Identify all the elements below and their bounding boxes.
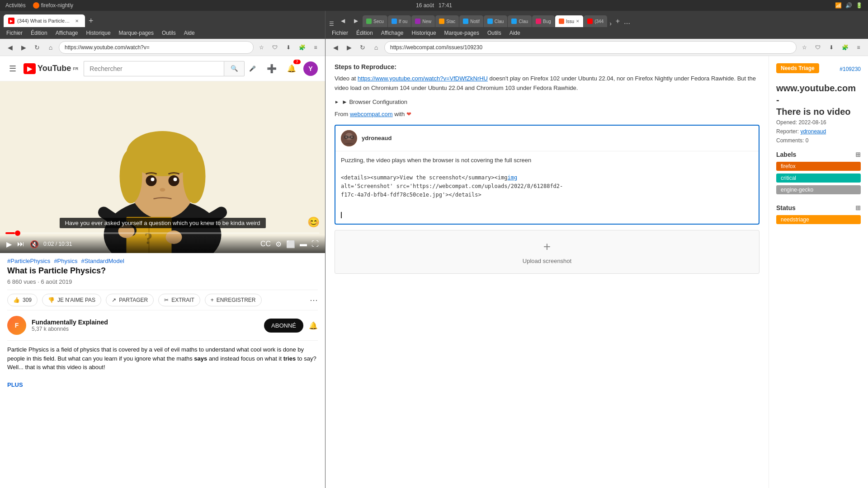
- play-button[interactable]: ▶: [5, 239, 13, 249]
- labels-grid-icon[interactable]: ⊞: [855, 151, 861, 158]
- right-home-button[interactable]: ⌂: [370, 41, 382, 54]
- left-menu-edition[interactable]: Édition: [27, 29, 51, 37]
- status-grid-icon[interactable]: ⊞: [855, 204, 861, 211]
- video-container[interactable]: ? Have you ever asked yourself a questio…: [0, 81, 325, 253]
- right-back-button[interactable]: ◀: [329, 41, 342, 54]
- right-tab-security[interactable]: Secu: [363, 15, 387, 27]
- share-button[interactable]: ↗ PARTAGER: [106, 294, 154, 306]
- right-tab-overflow-button[interactable]: ⋯: [622, 20, 632, 27]
- reporter-link[interactable]: ydroneaud: [800, 128, 826, 135]
- shield-icon[interactable]: 🛡: [269, 42, 281, 53]
- left-menu-historique[interactable]: Historique: [83, 29, 114, 37]
- channel-name[interactable]: Fundamentally Explained: [32, 319, 259, 326]
- activities-label[interactable]: Activités: [5, 2, 26, 9]
- right-tab-more-button[interactable]: ›: [608, 20, 613, 27]
- progress-bar-bg[interactable]: [5, 232, 320, 234]
- plus-button[interactable]: PLUS: [7, 381, 23, 388]
- next-button[interactable]: ⏭: [16, 239, 25, 249]
- right-tab-stack[interactable]: Stac: [435, 15, 459, 27]
- yt-mic-button[interactable]: 🎤: [246, 63, 258, 75]
- channel-avatar[interactable]: F: [7, 316, 26, 335]
- right-shield-icon[interactable]: 🛡: [812, 42, 824, 53]
- right-forward-button[interactable]: ▶: [343, 41, 355, 54]
- right-bookmark-icon[interactable]: ☆: [798, 42, 810, 53]
- more-actions-button[interactable]: ⋯: [310, 295, 318, 305]
- status-badge[interactable]: needstriage: [776, 215, 861, 224]
- extension-icon[interactable]: 🧩: [296, 42, 308, 53]
- subtitle-button[interactable]: CC: [259, 239, 272, 249]
- mute-button[interactable]: 🔇: [29, 239, 40, 249]
- miniplayer-button[interactable]: ⬜: [285, 239, 296, 249]
- notification-bell-button[interactable]: 🔔: [309, 321, 318, 330]
- right-menu-historique[interactable]: Historique: [408, 29, 440, 37]
- left-menu-aide[interactable]: Aide: [180, 29, 198, 37]
- upload-section[interactable]: + Upload screenshot: [335, 230, 760, 274]
- right-menu-affichage[interactable]: Affichage: [377, 29, 407, 37]
- yt-notification-button[interactable]: 🔔 7: [283, 61, 300, 77]
- right-menu-outils[interactable]: Outils: [484, 29, 505, 37]
- forward-button[interactable]: ▶: [17, 41, 30, 54]
- right-tab-issue-active[interactable]: Issu ✕: [555, 15, 583, 27]
- extract-button[interactable]: ✂ EXTRAIT: [158, 294, 200, 306]
- right-tab-if-only[interactable]: If ou: [388, 15, 411, 27]
- right-back-button-tab[interactable]: ◀: [336, 14, 349, 27]
- back-button[interactable]: ◀: [4, 41, 16, 54]
- left-new-tab-button[interactable]: +: [86, 14, 96, 27]
- settings-button[interactable]: ⚙: [274, 239, 283, 249]
- refresh-button[interactable]: ↻: [31, 41, 43, 54]
- right-tab-notif[interactable]: Notif: [459, 15, 483, 27]
- right-tab-bug[interactable]: Bug: [532, 15, 555, 27]
- video-link[interactable]: https://www.youtube.com/watch?v=VfDWfZkN…: [358, 75, 488, 82]
- right-menu-marque-pages[interactable]: Marque-pages: [441, 29, 483, 37]
- yt-create-button[interactable]: ➕: [264, 61, 280, 77]
- left-menu-affichage[interactable]: Affichage: [52, 29, 82, 37]
- tag-physics[interactable]: #Physics: [54, 258, 77, 264]
- yt-search-button[interactable]: 🔍: [224, 61, 245, 76]
- browser-config-toggle[interactable]: ► ► Browser Configuration: [335, 99, 760, 105]
- bookmark-icon[interactable]: ☆: [255, 42, 267, 53]
- yt-avatar[interactable]: Y: [303, 61, 318, 76]
- like-button[interactable]: 👍 309: [7, 294, 38, 306]
- left-menu-fichier[interactable]: Fichier: [3, 29, 26, 37]
- issue-number[interactable]: #109230: [840, 66, 861, 72]
- left-active-tab[interactable]: ▶ (344) What is Particle Ph ✕: [4, 14, 85, 27]
- progress-bar-container[interactable]: [0, 232, 325, 234]
- right-new-tab-button[interactable]: +: [614, 15, 622, 27]
- download-icon[interactable]: ⬇: [283, 42, 294, 53]
- left-tab-close[interactable]: ✕: [73, 17, 80, 24]
- left-url-bar[interactable]: [59, 41, 254, 54]
- tag-standard-model[interactable]: #StandardModel: [81, 258, 124, 264]
- right-menu-edition[interactable]: Édition: [353, 29, 377, 37]
- right-extensions-icon[interactable]: 🧩: [839, 42, 851, 53]
- right-menu-aide[interactable]: Aide: [506, 29, 524, 37]
- left-menu-outils[interactable]: Outils: [158, 29, 179, 37]
- right-tab-clau2[interactable]: Clau: [508, 15, 532, 27]
- save-button[interactable]: + ENREGISTRER: [205, 294, 262, 306]
- issue-tab-close[interactable]: ✕: [576, 19, 580, 23]
- label-firefox[interactable]: firefox: [776, 162, 861, 171]
- home-button[interactable]: ⌂: [44, 41, 57, 54]
- comment-body[interactable]: Puzzling, the video plays when the brows…: [335, 151, 759, 224]
- right-tab-yt344[interactable]: (344: [584, 15, 607, 27]
- yt-menu-button[interactable]: ☰: [7, 62, 18, 75]
- right-downloads-icon[interactable]: ⬇: [826, 42, 837, 53]
- right-overflow-icon[interactable]: ≡: [853, 42, 864, 53]
- right-url-bar[interactable]: [384, 41, 797, 54]
- tag-particle-physics[interactable]: #ParticlePhysics: [7, 258, 50, 264]
- fullscreen-button[interactable]: ⛶: [311, 239, 320, 249]
- left-menu-marque-pages[interactable]: Marque-pages: [115, 29, 157, 37]
- right-menu-fichier[interactable]: Fichier: [328, 29, 352, 37]
- subscribe-button[interactable]: ABONNÉ: [264, 319, 303, 333]
- yt-search-input[interactable]: [84, 61, 224, 76]
- webcompat-link[interactable]: webcompat.com: [350, 111, 393, 117]
- overflow-icon[interactable]: ≡: [310, 42, 321, 53]
- right-tab-new[interactable]: New: [411, 15, 435, 27]
- right-refresh-button[interactable]: ↻: [356, 41, 369, 54]
- dislike-button[interactable]: 👎 JE N'AIME PAS: [42, 294, 101, 306]
- theater-button[interactable]: ▬: [299, 239, 308, 249]
- right-forward-button-tab[interactable]: ▶: [349, 14, 362, 27]
- right-tab-clau1[interactable]: Clau: [484, 15, 508, 27]
- label-engine-gecko[interactable]: engine-gecko: [776, 185, 861, 194]
- label-critical[interactable]: critical: [776, 174, 861, 183]
- img-link[interactable]: img: [507, 174, 517, 181]
